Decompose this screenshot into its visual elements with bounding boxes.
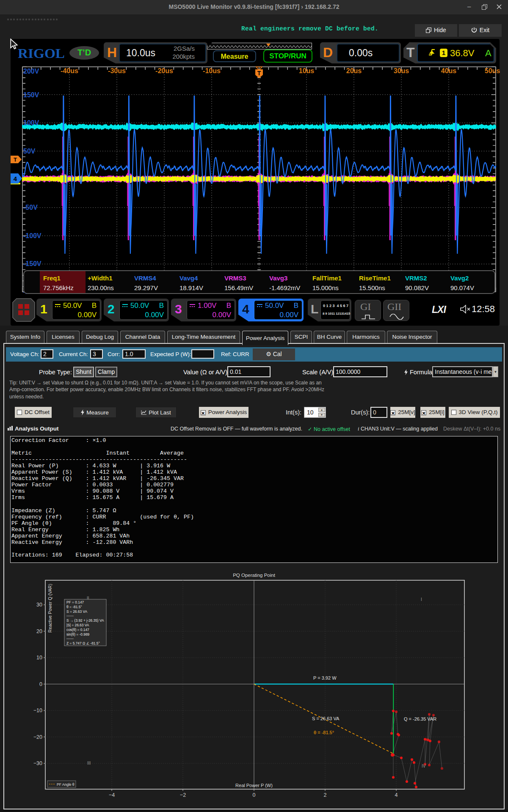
svg-text:0: 0: [253, 792, 256, 798]
svg-text:PQ Operating Point: PQ Operating Point: [233, 573, 276, 578]
svg-text:sin(θ) = -0.989: sin(θ) = -0.989: [66, 632, 90, 636]
svg-text:−20: −20: [33, 734, 42, 740]
svg-text:Q = -26.35 VAR: Q = -26.35 VAR: [404, 716, 436, 721]
svg-text:T: T: [14, 156, 17, 163]
svg-text:IV: IV: [422, 764, 426, 768]
svg-text:20: 20: [36, 628, 42, 634]
svg-text:P = 3.92 W: P = 3.92 W: [313, 675, 337, 680]
svg-text:Real Power P (W): Real Power P (W): [235, 783, 273, 788]
svg-text:−2: −2: [180, 792, 186, 798]
svg-text:III: III: [87, 761, 91, 765]
svg-text:10: 10: [36, 655, 42, 661]
svg-text:T: T: [257, 70, 261, 77]
svg-text:S → (3.92 + j-26.35) VA: S → (3.92 + j-26.35) VA: [66, 618, 104, 623]
svg-text:2: 2: [324, 792, 327, 798]
svg-text:——: ——: [66, 614, 74, 618]
svg-text:I: I: [421, 597, 422, 602]
svg-text:0: 0: [39, 681, 42, 687]
svg-text:S = 26.63 VA: S = 26.63 VA: [312, 716, 340, 721]
svg-text:Reactive Power Q (VAR): Reactive Power Q (VAR): [47, 584, 52, 632]
svg-text:——: ——: [66, 636, 74, 641]
svg-text:PF = 0.147: PF = 0.147: [66, 600, 84, 604]
svg-text:30: 30: [36, 602, 42, 608]
svg-text:−10: −10: [33, 708, 42, 713]
svg-text:−30: −30: [33, 760, 42, 766]
svg-text:Z = 5.747 Ω ∠ -81.5°: Z = 5.747 Ω ∠ -81.5°: [66, 641, 100, 645]
svg-text:|S| = 26.63 VA: |S| = 26.63 VA: [66, 623, 89, 627]
svg-text:cos(θ) = 0.147: cos(θ) = 0.147: [66, 628, 89, 632]
svg-text:θ = -81.5°: θ = -81.5°: [66, 605, 82, 609]
svg-text:4: 4: [14, 175, 17, 182]
svg-text:4: 4: [395, 792, 398, 798]
svg-text:−4: −4: [109, 792, 115, 798]
svg-text:PF Angle θ: PF Angle θ: [57, 782, 75, 787]
svg-text:θ = -81.5°: θ = -81.5°: [314, 730, 334, 735]
svg-text:S = 26.63 VA: S = 26.63 VA: [66, 609, 87, 614]
